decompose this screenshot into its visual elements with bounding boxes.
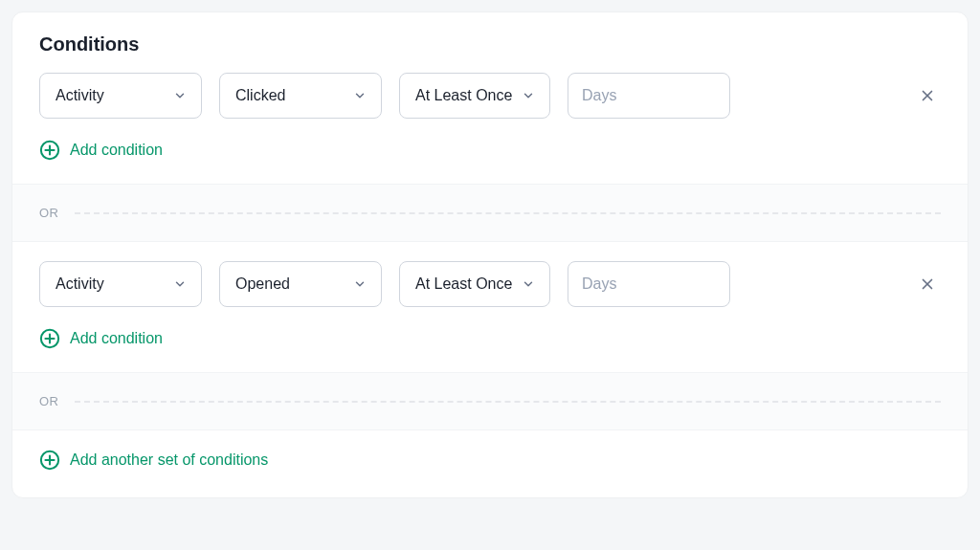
condition-group: Activity Opened At Least Once	[12, 242, 968, 372]
remove-condition-button[interactable]	[914, 82, 941, 109]
condition-frequency-select[interactable]: At Least Once	[399, 73, 550, 119]
chevron-down-icon	[352, 88, 368, 103]
condition-event-select[interactable]: Opened	[219, 261, 382, 307]
condition-frequency-value: At Least Once	[415, 275, 512, 293]
condition-frequency-value: At Least Once	[415, 87, 512, 104]
condition-row: Activity Clicked At Least Once	[39, 73, 941, 119]
add-condition-set-label: Add another set of conditions	[70, 451, 268, 469]
condition-type-select[interactable]: Activity	[39, 261, 202, 307]
chevron-down-icon	[521, 88, 536, 103]
add-condition-button[interactable]: Add condition	[39, 140, 163, 161]
conditions-card: Conditions Activity Clicked At Le	[11, 11, 969, 498]
condition-type-value: Activity	[56, 275, 104, 293]
chevron-down-icon	[172, 88, 188, 103]
conditions-title: Conditions	[12, 12, 968, 73]
chevron-down-icon	[352, 276, 368, 292]
days-input[interactable]	[568, 73, 730, 119]
condition-event-value: Opened	[235, 275, 290, 293]
days-input[interactable]	[568, 261, 730, 307]
condition-type-select[interactable]: Activity	[39, 73, 202, 119]
or-divider: OR	[12, 372, 968, 430]
or-label: OR	[39, 394, 59, 408]
or-label: OR	[39, 206, 59, 220]
condition-frequency-select[interactable]: At Least Once	[399, 261, 550, 307]
dashed-line	[75, 401, 942, 403]
add-condition-label: Add condition	[70, 142, 163, 159]
dashed-line	[75, 212, 942, 214]
add-condition-label: Add condition	[70, 330, 163, 347]
condition-group: Activity Clicked At Least Once	[12, 73, 968, 184]
condition-row: Activity Opened At Least Once	[39, 261, 941, 307]
chevron-down-icon	[172, 276, 188, 292]
condition-type-value: Activity	[56, 87, 104, 104]
add-condition-set-button[interactable]: Add another set of conditions	[39, 450, 268, 471]
plus-circle-icon	[39, 450, 60, 471]
remove-condition-button[interactable]	[914, 271, 941, 297]
add-condition-button[interactable]: Add condition	[39, 328, 163, 349]
add-set-section: Add another set of conditions	[12, 430, 968, 497]
condition-event-select[interactable]: Clicked	[219, 73, 382, 119]
plus-circle-icon	[39, 140, 60, 161]
condition-event-value: Clicked	[235, 87, 285, 104]
or-divider: OR	[12, 184, 968, 242]
chevron-down-icon	[521, 276, 536, 292]
plus-circle-icon	[39, 328, 60, 349]
close-icon	[919, 275, 936, 293]
close-icon	[919, 87, 936, 104]
